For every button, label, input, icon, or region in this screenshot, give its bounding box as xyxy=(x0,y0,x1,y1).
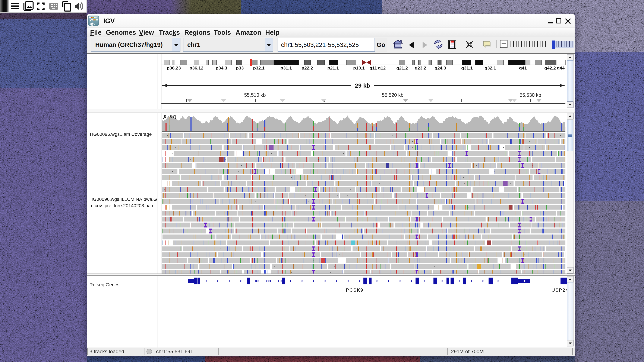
svg-text:p21.1: p21.1 xyxy=(327,65,339,70)
svg-text:p32.1: p32.1 xyxy=(253,65,264,70)
svg-text:p34.3: p34.3 xyxy=(216,65,227,70)
svg-text:q21.2: q21.2 xyxy=(396,65,408,70)
svg-text:USP24: USP24 xyxy=(552,287,568,293)
svg-text:55,510 kb: 55,510 kb xyxy=(244,92,266,98)
svg-text:q41: q41 xyxy=(519,65,527,70)
svg-text:q24.3: q24.3 xyxy=(434,65,446,70)
svg-text:p13.1: p13.1 xyxy=(353,65,365,70)
svg-text:q42.2: q42.2 xyxy=(544,65,556,70)
svg-text:q12: q12 xyxy=(378,65,386,70)
svg-text:q23.2: q23.2 xyxy=(415,65,426,70)
svg-text:q31.1: q31.1 xyxy=(461,65,473,70)
svg-text:p36.12: p36.12 xyxy=(190,65,203,70)
svg-text:55,530 kb: 55,530 kb xyxy=(520,92,541,98)
svg-text:q44: q44 xyxy=(557,65,565,70)
svg-text:p36.23: p36.23 xyxy=(167,65,181,70)
svg-text:55,520 kb: 55,520 kb xyxy=(382,92,403,98)
svg-text:p22.2: p22.2 xyxy=(302,65,313,70)
svg-text:igv: igv xyxy=(90,20,96,26)
svg-text:29 kb: 29 kb xyxy=(355,82,370,89)
svg-text:PCSK9: PCSK9 xyxy=(346,287,364,293)
svg-text:p31.1: p31.1 xyxy=(280,65,292,70)
svg-text:q11: q11 xyxy=(370,65,377,70)
svg-text:q32.1: q32.1 xyxy=(484,65,496,70)
svg-text:p33: p33 xyxy=(236,65,244,70)
